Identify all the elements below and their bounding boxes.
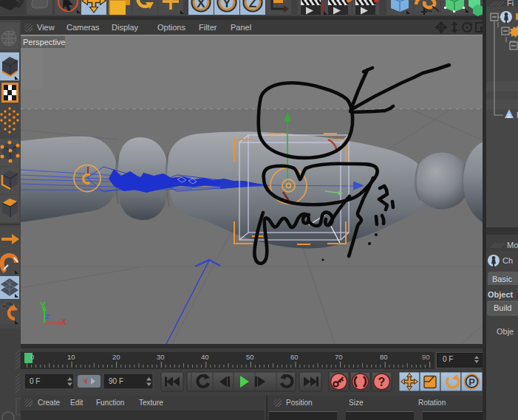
svg-text:90 F: 90 F — [109, 377, 123, 385]
svg-text:50: 50 — [246, 353, 254, 361]
svg-text:P: P — [468, 376, 475, 388]
svg-text:20: 20 — [112, 353, 120, 361]
svg-text:Y: Y — [40, 300, 46, 311]
svg-text:Basic: Basic — [492, 275, 512, 283]
svg-text:Fi: Fi — [507, 0, 514, 7]
svg-text:40: 40 — [201, 353, 209, 361]
svg-text:Ch: Ch — [502, 256, 513, 265]
svg-text:Mo: Mo — [507, 241, 518, 249]
svg-text:30: 30 — [157, 353, 165, 361]
svg-text:10: 10 — [67, 353, 75, 361]
svg-text:X: X — [61, 318, 67, 326]
svg-text:Y: Y — [222, 0, 231, 10]
svg-text:Perspective: Perspective — [23, 38, 65, 47]
svg-text:70: 70 — [335, 353, 343, 361]
svg-text:Object: Object — [488, 290, 514, 299]
svg-text:80: 80 — [380, 353, 388, 361]
svg-text:60: 60 — [290, 353, 299, 361]
svg-text:X: X — [197, 0, 205, 10]
svg-text:Z: Z — [45, 313, 50, 320]
svg-text:0 F: 0 F — [30, 377, 40, 385]
svg-text:Build: Build — [494, 303, 511, 312]
svg-text:?: ? — [378, 376, 386, 388]
svg-text:0: 0 — [30, 353, 34, 361]
svg-text:Z: Z — [249, 0, 256, 10]
svg-text:90: 90 — [422, 353, 430, 361]
svg-text:Obje: Obje — [497, 327, 514, 336]
